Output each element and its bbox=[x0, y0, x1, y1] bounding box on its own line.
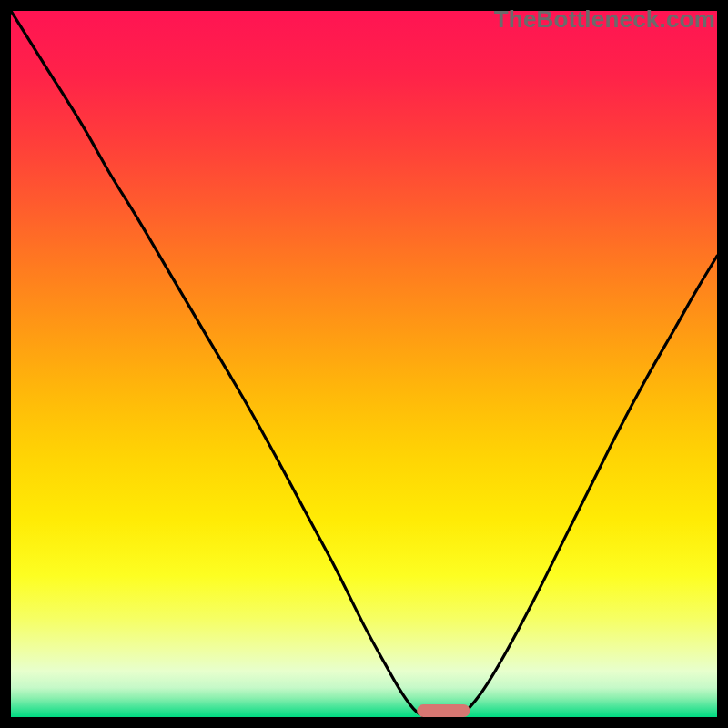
chart-svg bbox=[11, 11, 717, 717]
optimum-marker-group bbox=[417, 704, 470, 717]
optimum-marker bbox=[417, 704, 470, 717]
gradient-background bbox=[11, 11, 717, 717]
plot-area bbox=[11, 11, 717, 717]
watermark-text: TheBottleneck.com bbox=[494, 5, 715, 34]
chart-container: TheBottleneck.com bbox=[0, 0, 728, 728]
